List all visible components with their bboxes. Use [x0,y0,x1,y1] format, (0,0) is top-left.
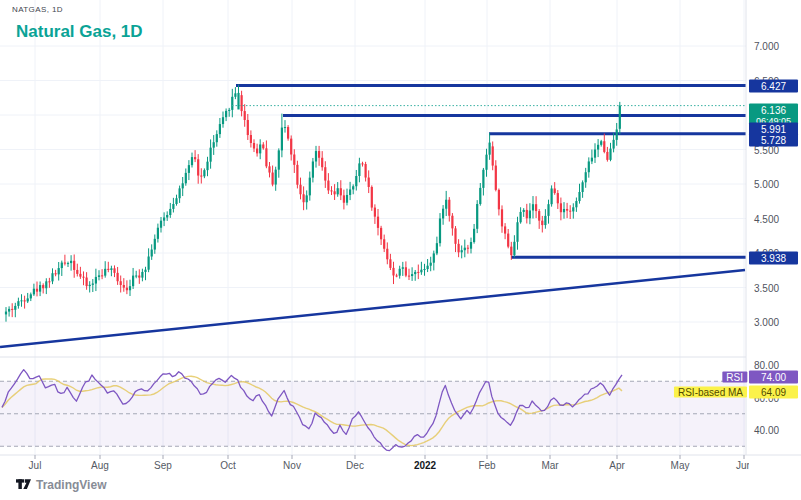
time-axis-label: May [671,460,690,471]
tradingview-chart-window: NATGAS, 1D Natural Gas, 1D 7.0006.5005.5… [0,0,801,500]
time-axis-label: Jul [29,460,42,471]
chart-canvas[interactable] [0,0,801,500]
time-axis[interactable]: JulAugSepOctNovDec2022FebMarAprMayJun [0,455,749,476]
price-axis-label: 3.500 [754,282,779,293]
time-axis-label: Oct [220,460,236,471]
price-badge: 5.728 [749,134,798,147]
price-axis-label: 4.500 [754,213,779,224]
rsi-axis-label: 40.00 [754,425,779,436]
price-axis-label: 5.000 [754,179,779,190]
price-badge: 6.427 [749,80,798,93]
tradingview-logo-icon [16,477,31,492]
time-axis-label: 2022 [414,460,436,471]
price-axis-label: 7.000 [754,41,779,52]
rsi-value-badge: 64.09 [749,385,798,398]
symbol-legend[interactable]: NATGAS, 1D [12,5,63,14]
indicator-tag: RSI [722,372,747,383]
rsi-axis-label: 80.00 [754,360,779,371]
chart-title: Natural Gas, 1D [16,22,143,42]
time-axis-label: Feb [478,460,495,471]
time-axis-label: Mar [541,460,558,471]
indicator-tag: RSI-based MA [674,386,747,397]
tradingview-watermark[interactable]: TradingView [16,477,106,492]
time-axis-label: Apr [609,460,625,471]
price-axis-label: 3.000 [754,317,779,328]
time-axis-label: Sep [154,460,172,471]
time-axis-label: Jun [736,460,749,471]
price-badge: 3.938 [749,251,798,264]
time-axis-label: Aug [91,460,109,471]
rsi-value-badge: 74.00 [749,371,798,384]
watermark-label: TradingView [36,478,106,492]
time-axis-label: Dec [346,460,364,471]
time-axis-label: Nov [283,460,301,471]
